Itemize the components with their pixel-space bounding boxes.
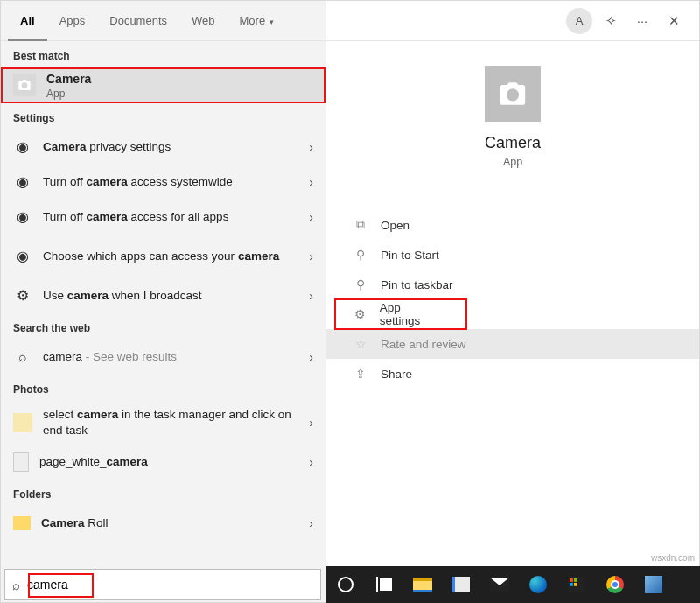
task-view-icon[interactable] xyxy=(373,573,396,596)
action-pin-start[interactable]: ⚲ Pin to Start xyxy=(326,240,699,270)
chevron-right-icon: › xyxy=(309,350,313,364)
cortana-icon[interactable] xyxy=(334,573,357,596)
camera-icon: ◉ xyxy=(13,248,32,264)
chevron-right-icon: › xyxy=(309,289,313,303)
action-share[interactable]: ⇪ Share xyxy=(326,359,699,389)
photo-result-taskmgr[interactable]: select camera in the task manager and cl… xyxy=(1,401,326,445)
section-folders: Folders xyxy=(1,480,326,506)
tab-documents[interactable]: Documents xyxy=(97,1,179,41)
setting-choose-apps[interactable]: ◉ Choose which apps can access your came… xyxy=(1,235,326,278)
result-title: Camera xyxy=(46,72,91,86)
notepad-icon[interactable] xyxy=(450,573,472,596)
action-open[interactable]: ⧉ Open xyxy=(326,210,699,240)
image-icon xyxy=(13,413,32,432)
photo-result-pagewhite[interactable]: page_white_camera › xyxy=(1,445,326,480)
action-rate-review[interactable]: ☆ Rate and review xyxy=(326,329,699,359)
pin-icon: ⚲ xyxy=(353,277,368,291)
section-photos: Photos xyxy=(1,375,326,401)
preview-title: Camera xyxy=(326,134,699,152)
chevron-right-icon: › xyxy=(309,175,313,189)
app-icon[interactable] xyxy=(642,573,665,596)
camera-icon: ◉ xyxy=(13,173,32,190)
setting-use-camera-broadcast[interactable]: ⚙ Use camera when I broadcast › xyxy=(1,278,326,313)
preview-pane: A ✧ ··· ✕ Camera App ⧉ Open ⚲ Pin to Sta… xyxy=(326,1,699,602)
chevron-right-icon: › xyxy=(309,210,313,224)
section-settings: Settings xyxy=(1,103,326,130)
setting-camera-privacy[interactable]: ◉ Camera privacy settings › xyxy=(1,130,326,165)
chevron-right-icon: › xyxy=(309,516,313,530)
search-input[interactable]: ⌕ camera xyxy=(4,569,321,600)
tab-more[interactable]: More ▾ xyxy=(228,1,286,41)
gear-icon: ⚙ xyxy=(353,307,368,321)
search-icon: ⌕ xyxy=(12,578,20,592)
chevron-right-icon: › xyxy=(309,249,313,263)
more-icon[interactable]: ··· xyxy=(629,8,655,34)
chevron-right-icon: › xyxy=(309,140,313,154)
camera-icon: ◉ xyxy=(13,138,32,155)
chevron-right-icon: › xyxy=(309,416,313,430)
folder-result-camera-roll[interactable]: Camera Roll › xyxy=(1,506,326,541)
file-icon xyxy=(13,452,29,472)
search-icon: ⌕ xyxy=(13,349,32,365)
pin-icon: ⚲ xyxy=(353,248,368,262)
tab-web[interactable]: Web xyxy=(179,1,228,41)
filter-tabs: All Apps Documents Web More ▾ xyxy=(1,1,326,41)
close-icon[interactable]: ✕ xyxy=(661,8,687,34)
web-result-camera[interactable]: ⌕ camera - See web results › xyxy=(1,340,326,375)
caret-down-icon: ▾ xyxy=(267,18,274,26)
camera-app-icon xyxy=(13,74,36,96)
camera-app-icon xyxy=(485,66,541,122)
search-value: camera xyxy=(27,578,68,592)
search-results-pane: All Apps Documents Web More ▾ Best match… xyxy=(1,1,326,602)
action-pin-taskbar[interactable]: ⚲ Pin to taskbar xyxy=(326,270,699,299)
store-icon[interactable] xyxy=(565,573,588,596)
setting-turn-off-systemwide[interactable]: ◉ Turn off camera access systemwide › xyxy=(1,165,326,200)
tab-all[interactable]: All xyxy=(8,1,47,41)
preview-subtitle: App xyxy=(326,156,699,168)
star-icon: ☆ xyxy=(353,337,368,351)
file-explorer-icon[interactable] xyxy=(411,573,434,596)
result-best-camera[interactable]: Camera App xyxy=(1,67,326,103)
chevron-right-icon: › xyxy=(309,455,313,469)
mail-icon[interactable] xyxy=(488,573,511,596)
result-subtitle: App xyxy=(46,88,91,100)
setting-turn-off-all-apps[interactable]: ◉ Turn off camera access for all apps › xyxy=(1,200,326,235)
user-avatar[interactable]: A xyxy=(566,8,592,34)
section-best-match: Best match xyxy=(1,41,326,67)
taskbar xyxy=(326,566,700,603)
camera-icon: ◉ xyxy=(13,208,32,225)
feedback-icon[interactable]: ✧ xyxy=(598,8,624,34)
watermark: wsxdn.com xyxy=(651,553,695,563)
gear-icon: ⚙ xyxy=(13,287,32,304)
action-app-settings[interactable]: ⚙ App settings xyxy=(335,299,466,329)
folder-icon xyxy=(13,516,31,530)
share-icon: ⇪ xyxy=(353,367,368,381)
chrome-icon[interactable] xyxy=(604,573,626,596)
tab-apps[interactable]: Apps xyxy=(47,1,98,41)
section-search-web: Search the web xyxy=(1,313,326,340)
open-icon: ⧉ xyxy=(353,218,368,232)
edge-icon[interactable] xyxy=(527,573,550,596)
